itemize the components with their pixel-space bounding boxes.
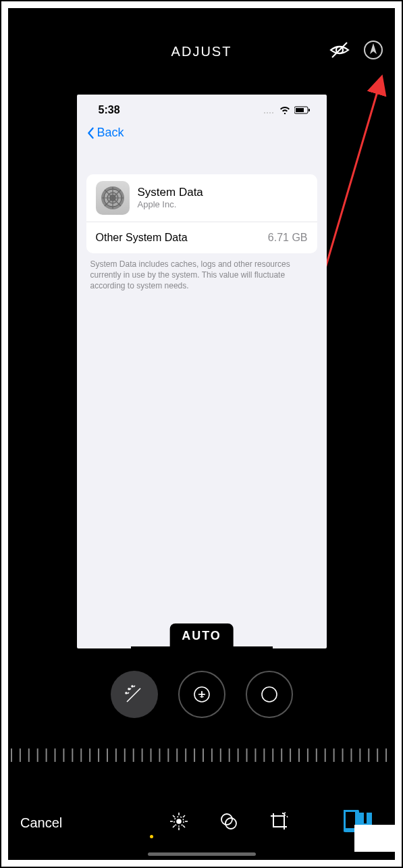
settings-gear-icon: [96, 181, 130, 215]
inner-back-button: Back: [86, 126, 124, 140]
svg-point-21: [128, 688, 130, 690]
svg-line-82: [183, 825, 185, 827]
inner-phone-screenshot: 5:38 Back: [77, 95, 327, 648]
cancel-button[interactable]: Cancel: [8, 815, 62, 831]
inner-footnote: System Data includes caches, logs and ot…: [77, 253, 327, 292]
exposure-dial[interactable]: ±: [178, 671, 225, 718]
adjustment-dials-row: ±: [8, 671, 395, 718]
auto-button[interactable]: AUTO: [169, 623, 234, 648]
svg-line-83: [183, 815, 185, 817]
inner-status-time: 5:38: [99, 104, 120, 116]
adjustment-slider[interactable]: [8, 742, 395, 769]
brilliance-dial[interactable]: [246, 671, 293, 718]
svg-point-76: [177, 819, 181, 823]
svg-text:±: ±: [199, 690, 204, 699]
inner-status-bar: 5:38: [77, 95, 327, 122]
svg-line-81: [173, 815, 175, 817]
wifi-icon: [279, 106, 290, 114]
outer-frame: ADJUST: [0, 0, 403, 868]
svg-point-5: [264, 112, 265, 113]
chevron-left-icon: [86, 127, 95, 139]
cellular-icon: [263, 106, 275, 114]
svg-point-7: [269, 112, 271, 113]
svg-point-30: [262, 687, 277, 702]
photo-preview-area[interactable]: 5:38 Back: [8, 95, 395, 650]
inner-card-header: System Data Apple Inc.: [86, 174, 317, 222]
inner-storage-row: Other System Data 6.71 GB: [86, 222, 317, 253]
filters-tab-icon[interactable]: [219, 811, 239, 834]
home-indicator[interactable]: [148, 852, 256, 856]
svg-rect-10: [296, 108, 304, 112]
watermark-logo: [335, 810, 395, 852]
inner-card-header-text: System Data Apple Inc.: [138, 186, 203, 209]
svg-rect-11: [308, 109, 310, 111]
adjust-tab-icon[interactable]: [169, 811, 189, 834]
original-toggle-icon[interactable]: [329, 39, 350, 63]
svg-point-8: [272, 112, 273, 113]
inner-row-value: 6.71 GB: [268, 232, 308, 244]
inner-app-subtitle: Apple Inc.: [138, 199, 203, 209]
svg-point-6: [267, 112, 268, 113]
inner-row-label: Other System Data: [96, 232, 188, 244]
crop-tab-icon[interactable]: [269, 811, 289, 834]
svg-point-23: [126, 692, 127, 694]
svg-line-84: [173, 825, 175, 827]
editor-mode-title: ADJUST: [171, 44, 232, 59]
svg-point-22: [132, 686, 133, 687]
active-tab-dot: [150, 835, 153, 838]
inner-app-title: System Data: [138, 186, 203, 199]
svg-line-20: [127, 688, 140, 702]
auto-enhance-dial[interactable]: [111, 671, 158, 718]
inner-nav-row: Back: [77, 122, 327, 154]
markup-icon[interactable]: [362, 39, 384, 63]
inner-settings-card: System Data Apple Inc. Other System Data…: [86, 174, 317, 253]
battery-icon: [294, 106, 311, 114]
topbar-icons: [329, 8, 384, 95]
editor-topbar: ADJUST: [8, 8, 395, 95]
photo-editor-viewport: ADJUST: [8, 8, 395, 860]
inner-back-label: Back: [97, 126, 124, 140]
svg-line-1: [332, 43, 347, 57]
inner-status-indicators: [263, 106, 311, 114]
